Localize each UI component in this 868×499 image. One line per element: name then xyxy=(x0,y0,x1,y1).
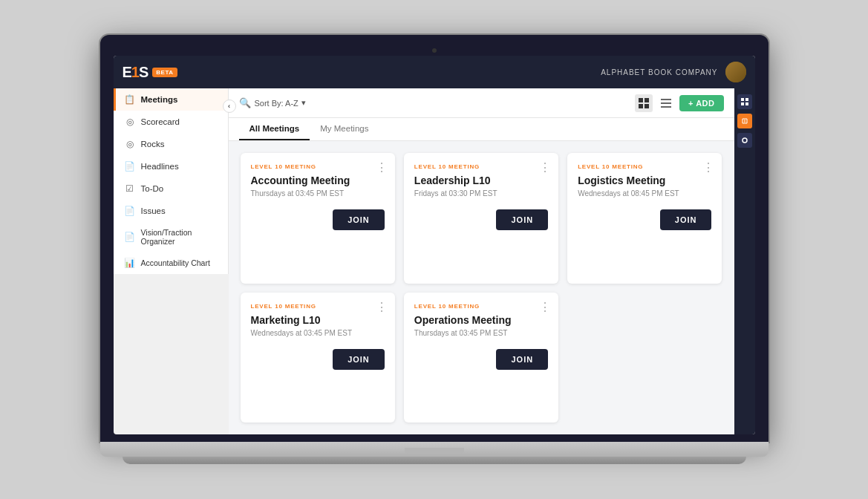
card-title-operations: Operations Meeting xyxy=(414,314,548,326)
sidebar-label-todo: To-Do xyxy=(141,184,164,193)
sidebar-label-accountability: Accountability Chart xyxy=(141,258,210,267)
card-level-leadership: LEVEL 10 MEETING xyxy=(414,163,548,170)
grid-view-button[interactable] xyxy=(635,94,653,112)
sidebar-label-issues: Issues xyxy=(141,206,166,215)
add-button[interactable]: + ADD xyxy=(679,95,723,111)
todo-icon: ☑ xyxy=(125,183,135,194)
toolbar-right: + ADD xyxy=(635,94,723,112)
scorecard-icon: ◎ xyxy=(125,117,135,127)
sidebar-label-vto: Vision/Traction Organizer xyxy=(141,228,219,246)
card-schedule-accounting: Thursdays at 03:45 PM EST xyxy=(251,189,385,198)
vto-icon: 📄 xyxy=(125,232,135,242)
search-box: 🔍 Sort By: A-Z ▾ xyxy=(239,97,628,108)
svg-rect-1 xyxy=(645,98,649,102)
list-view-button[interactable] xyxy=(657,94,675,112)
meeting-card-operations: LEVEL 10 MEETING Operations Meeting Thur… xyxy=(404,293,558,423)
meetings-grid: LEVEL 10 MEETING Accounting Meeting Thur… xyxy=(229,141,734,434)
card-menu-marketing[interactable]: ⋮ xyxy=(376,301,388,313)
sidebar-item-headlines[interactable]: 📄 Headlines xyxy=(114,155,228,177)
sidebar-item-rocks[interactable]: ◎ Rocks xyxy=(114,133,228,155)
right-toolbar xyxy=(734,88,755,434)
card-level-logistics: LEVEL 10 MEETING xyxy=(578,163,711,170)
logo-text: E1S xyxy=(123,64,149,81)
sidebar-item-vto[interactable]: 📄 Vision/Traction Organizer xyxy=(114,222,228,252)
meeting-card-accounting: LEVEL 10 MEETING Accounting Meeting Thur… xyxy=(241,153,395,284)
meeting-card-leadership: LEVEL 10 MEETING Leadership L10 Fridays … xyxy=(404,153,558,284)
main-content: 🔍 Sort By: A-Z ▾ xyxy=(229,88,734,434)
sidebar-item-issues[interactable]: 📄 Issues xyxy=(114,200,228,222)
accountability-icon: 📊 xyxy=(125,258,135,268)
svg-rect-10 xyxy=(745,102,748,105)
topbar-right: ALPHABET BOOK COMPANY xyxy=(601,62,745,82)
card-title-accounting: Accounting Meeting xyxy=(251,175,385,186)
avatar-image xyxy=(725,62,746,82)
sidebar-item-accountability[interactable]: 📊 Accountability Chart xyxy=(114,252,228,274)
svg-rect-4 xyxy=(661,99,671,100)
join-button-logistics[interactable]: JOIN xyxy=(660,209,712,230)
rt-icon-1[interactable] xyxy=(737,94,752,109)
sidebar-collapse-button[interactable]: ‹ xyxy=(223,100,236,113)
svg-rect-7 xyxy=(741,98,744,101)
meetings-icon: 📋 xyxy=(125,94,135,105)
search-icon: 🔍 xyxy=(239,97,251,108)
issues-icon: 📄 xyxy=(125,206,135,216)
card-level-operations: LEVEL 10 MEETING xyxy=(414,303,548,310)
join-button-marketing[interactable]: JOIN xyxy=(333,349,385,370)
card-level-accounting: LEVEL 10 MEETING xyxy=(251,163,385,170)
join-button-leadership[interactable]: JOIN xyxy=(496,209,548,230)
rocks-icon: ◎ xyxy=(125,139,135,149)
svg-rect-6 xyxy=(661,106,671,108)
sidebar-label-meetings: Meetings xyxy=(141,95,178,104)
rt-icon-3[interactable] xyxy=(737,133,752,148)
sidebar-item-meetings[interactable]: 📋 Meetings xyxy=(114,88,228,111)
card-schedule-logistics: Wednesdays at 08:45 PM EST xyxy=(578,189,711,198)
card-menu-accounting[interactable]: ⋮ xyxy=(376,162,388,174)
card-title-logistics: Logistics Meeting xyxy=(578,175,711,186)
company-name: ALPHABET BOOK COMPANY xyxy=(601,68,717,76)
card-schedule-marketing: Wednesdays at 03:45 PM EST xyxy=(251,329,385,337)
svg-rect-5 xyxy=(661,102,671,104)
topbar: E1S BETA ALPHABET BOOK COMPANY xyxy=(114,56,755,88)
app-logo: E1S BETA xyxy=(123,64,177,81)
card-menu-leadership[interactable]: ⋮ xyxy=(539,162,551,174)
join-button-operations[interactable]: JOIN xyxy=(496,349,548,370)
content-toolbar: 🔍 Sort By: A-Z ▾ xyxy=(229,88,734,118)
sidebar-label-headlines: Headlines xyxy=(141,162,179,171)
beta-badge: BETA xyxy=(152,68,177,77)
card-schedule-operations: Thursdays at 03:45 PM EST xyxy=(414,329,548,337)
svg-rect-8 xyxy=(745,98,748,101)
tab-my-meetings[interactable]: My Meetings xyxy=(310,118,379,140)
meeting-card-logistics: LEVEL 10 MEETING Logistics Meeting Wedne… xyxy=(567,153,722,284)
svg-point-11 xyxy=(743,138,747,143)
join-button-accounting[interactable]: JOIN xyxy=(333,209,385,230)
sort-select[interactable]: Sort By: A-Z ▾ xyxy=(255,98,306,108)
svg-rect-3 xyxy=(645,104,649,108)
headlines-icon: 📄 xyxy=(125,161,135,172)
sidebar-item-scorecard[interactable]: ◎ Scorecard xyxy=(114,111,228,133)
sidebar-label-rocks: Rocks xyxy=(141,140,165,149)
card-menu-logistics[interactable]: ⋮ xyxy=(702,162,714,174)
tab-all-meetings[interactable]: All Meetings xyxy=(239,118,310,140)
meeting-card-marketing: LEVEL 10 MEETING Marketing L10 Wednesday… xyxy=(241,293,395,423)
sidebar: 📋 Meetings ◎ Scorecard ◎ Rocks 📄 xyxy=(114,88,229,274)
card-level-marketing: LEVEL 10 MEETING xyxy=(251,303,385,310)
rt-icon-2[interactable] xyxy=(737,114,752,128)
card-title-leadership: Leadership L10 xyxy=(414,175,548,186)
svg-rect-0 xyxy=(639,98,643,102)
svg-rect-2 xyxy=(639,104,643,108)
card-schedule-leadership: Fridays at 03:30 PM EST xyxy=(414,189,548,198)
tabs: All Meetings My Meetings xyxy=(229,118,734,141)
sidebar-item-todo[interactable]: ☑ To-Do xyxy=(114,177,228,200)
card-title-marketing: Marketing L10 xyxy=(251,314,385,326)
sidebar-label-scorecard: Scorecard xyxy=(141,117,180,126)
card-menu-operations[interactable]: ⋮ xyxy=(539,301,551,313)
sort-chevron-icon: ▾ xyxy=(301,98,306,108)
sort-label: Sort By: A-Z xyxy=(255,99,298,108)
svg-rect-9 xyxy=(741,102,744,105)
avatar[interactable] xyxy=(725,62,746,82)
